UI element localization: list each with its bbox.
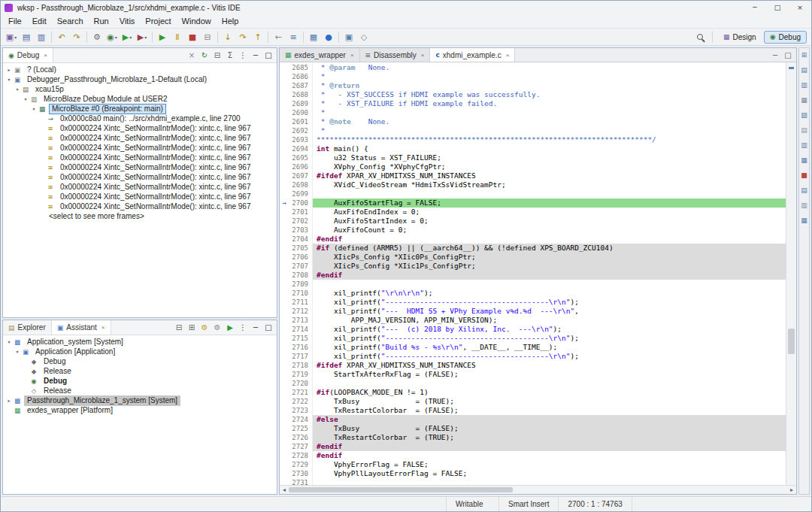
terminate-icon[interactable]: ■ bbox=[185, 29, 200, 44]
breakpoints-icon[interactable]: ● bbox=[321, 29, 336, 44]
editor-horizontal-scrollbar[interactable]: ◂ ▸ bbox=[280, 485, 796, 494]
close-tab-icon[interactable]: × bbox=[506, 52, 510, 59]
editor-vertical-scrollbar[interactable] bbox=[786, 62, 796, 485]
line-number[interactable]: 2697 bbox=[289, 171, 313, 180]
minimized-view-icon-6[interactable]: ▥ bbox=[800, 141, 808, 150]
line-number[interactable]: 2704 bbox=[289, 235, 313, 244]
menu-project[interactable]: Project bbox=[140, 17, 176, 26]
build-icon[interactable]: ⚙ bbox=[211, 322, 223, 334]
redo-icon[interactable]: ↷ bbox=[69, 29, 84, 44]
tree-item[interactable]: ▦exdes_wrapper [Platform] bbox=[3, 405, 277, 415]
menu-edit[interactable]: Edit bbox=[27, 17, 52, 26]
tree-item[interactable]: ≡0x00000224 Xintc_SetNormalIntrMode(): x… bbox=[3, 133, 277, 143]
tree-item[interactable]: ▾▥MicroBlaze Debug Module at USER2 bbox=[3, 94, 277, 104]
line-number[interactable]: 2708 bbox=[289, 271, 313, 280]
tree-item[interactable]: ▾▤xcau15p bbox=[3, 84, 277, 94]
editor-tab-xhdmi-example-c[interactable]: cxhdmi_example.c× bbox=[430, 48, 515, 62]
tree-item[interactable]: ◇Release bbox=[3, 386, 277, 395]
restart-icon[interactable]: ↻ bbox=[198, 50, 211, 62]
line-number[interactable]: 2722 bbox=[289, 397, 313, 406]
line-number[interactable]: 2720 bbox=[289, 379, 313, 388]
minimized-view-icon-8[interactable]: ■ bbox=[800, 171, 808, 180]
expander-icon[interactable]: ▸ bbox=[5, 398, 13, 403]
step-return-icon[interactable]: ↑ bbox=[250, 29, 265, 44]
line-number[interactable]: 2718 bbox=[289, 361, 313, 370]
minimized-view-icon-4[interactable]: ▧ bbox=[800, 111, 808, 120]
save-all-icon[interactable]: ▥ bbox=[34, 29, 49, 44]
maximize-view-icon[interactable]: □ bbox=[262, 50, 274, 62]
line-number[interactable]: 2693 bbox=[289, 135, 313, 144]
minimized-view-icon-3[interactable]: ▦ bbox=[800, 96, 808, 105]
disconnect-icon[interactable]: ⊟ bbox=[200, 29, 215, 44]
expander-icon[interactable]: ▾ bbox=[30, 106, 38, 111]
minimized-view-icon-9[interactable]: ▤ bbox=[800, 186, 808, 195]
tree-item[interactable]: ▾▦MicroBlaze #0 (Breakpoint: main) bbox=[3, 104, 277, 114]
tree-item[interactable]: ◆Debug bbox=[3, 356, 277, 366]
resume-icon[interactable]: ▶ bbox=[155, 29, 170, 44]
tree-item[interactable]: ▾▩Application_system [System] bbox=[3, 337, 277, 347]
expander-icon[interactable]: ▸ bbox=[5, 67, 13, 72]
tab-explorer[interactable]: ▤Explorer bbox=[3, 320, 52, 335]
view-menu-icon[interactable]: ⋮ bbox=[237, 50, 249, 62]
expander-icon[interactable]: ▾ bbox=[5, 77, 13, 82]
maximize-editor-icon[interactable]: □ bbox=[782, 49, 794, 61]
minimized-view-icon-11[interactable]: ▦ bbox=[800, 217, 808, 225]
code-editor[interactable]: 2685 * @param None.2686 *2687 * @return2… bbox=[280, 62, 796, 485]
minimize-view-icon[interactable]: ─ bbox=[250, 322, 262, 334]
expand-all-icon[interactable]: ⊞ bbox=[186, 322, 198, 334]
line-number[interactable]: 2715 bbox=[289, 334, 313, 343]
build-icon[interactable]: ⚙ bbox=[89, 29, 105, 44]
minimized-view-icon-2[interactable]: ▥ bbox=[800, 81, 808, 89]
menu-vitis[interactable]: Vitis bbox=[114, 17, 141, 26]
close-tab-icon[interactable]: × bbox=[102, 324, 105, 331]
line-number[interactable]: 2724 bbox=[289, 415, 313, 424]
minimize-view-icon[interactable]: ─ bbox=[250, 50, 262, 62]
line-number[interactable]: 2717 bbox=[289, 352, 313, 361]
line-number[interactable]: 2721 bbox=[289, 388, 313, 397]
minimized-view-icon-1[interactable]: ▤ bbox=[800, 66, 808, 74]
minimized-view-icon-7[interactable]: ▦ bbox=[800, 156, 808, 165]
save-icon[interactable]: ▤ bbox=[19, 29, 34, 44]
pin-console-icon[interactable]: ◇ bbox=[356, 29, 371, 44]
tree-item[interactable]: →0x0000c8a0 main(): ../src/xhdmi_example… bbox=[3, 114, 277, 123]
console-icon[interactable]: ▣ bbox=[341, 29, 356, 44]
menu-window[interactable]: Window bbox=[177, 17, 217, 26]
line-number[interactable]: 2706 bbox=[289, 253, 313, 262]
group-by-icon[interactable]: Σ bbox=[224, 50, 236, 62]
line-number[interactable]: 2710 bbox=[289, 289, 313, 298]
tree-item[interactable]: ▸▣? (Local) bbox=[3, 65, 277, 74]
tree-item[interactable]: ≡0x00000224 Xintc_SetNormalIntrMode(): x… bbox=[3, 153, 277, 162]
line-number[interactable]: 2723 bbox=[289, 406, 313, 415]
line-number[interactable]: 2698 bbox=[289, 180, 313, 189]
menu-search[interactable]: Search bbox=[52, 17, 89, 26]
tree-item[interactable]: ▾▣Application [Application] bbox=[3, 347, 277, 356]
tree-item[interactable]: ≡0x00000224 Xintc_SetNormalIntrMode(): x… bbox=[3, 192, 277, 201]
line-number[interactable]: 2731 bbox=[289, 478, 313, 485]
maximize-view-icon[interactable]: □ bbox=[262, 322, 274, 334]
tree-item[interactable]: ▾▣Debugger_Passthrough_Microblaze_1-Defa… bbox=[3, 74, 277, 84]
menu-file[interactable]: File bbox=[3, 17, 27, 26]
minimize-editor-icon[interactable]: ─ bbox=[769, 49, 781, 61]
remove-terminated-icon[interactable]: × bbox=[186, 50, 198, 62]
close-tab-icon[interactable]: × bbox=[421, 52, 425, 59]
line-number[interactable]: 2714 bbox=[289, 325, 313, 334]
tree-item[interactable]: ◆Release bbox=[3, 366, 277, 376]
expander-icon[interactable]: ▾ bbox=[14, 86, 21, 92]
drop-to-frame-icon[interactable]: ← bbox=[271, 29, 286, 44]
line-number[interactable]: 2726 bbox=[289, 433, 313, 442]
close-tab-icon[interactable]: × bbox=[44, 52, 47, 59]
step-into-icon[interactable]: ↓ bbox=[220, 29, 235, 44]
tree-item[interactable]: ≡0x00000224 Xintc_SetNormalIntrMode(): x… bbox=[3, 143, 277, 153]
external-tools-icon[interactable]: ▶ bbox=[135, 29, 150, 44]
line-number[interactable]: 2701 bbox=[289, 208, 313, 217]
line-number[interactable]: 2699 bbox=[289, 189, 313, 198]
restore-panel-icon[interactable]: ⊞ bbox=[800, 51, 808, 59]
scroll-left-icon[interactable]: ◂ bbox=[280, 486, 289, 493]
line-number[interactable]: 2695 bbox=[289, 153, 313, 162]
search-icon[interactable] bbox=[692, 29, 707, 44]
line-number[interactable]: 2702 bbox=[289, 217, 313, 226]
collapse-all-icon[interactable]: ⊟ bbox=[211, 50, 223, 62]
maximize-window-button[interactable]: □ bbox=[766, 1, 789, 14]
line-number[interactable]: 2686 bbox=[289, 72, 313, 81]
tree-item[interactable]: ▸▩Passthrough_Microblaze_1_system [Syste… bbox=[3, 395, 277, 405]
